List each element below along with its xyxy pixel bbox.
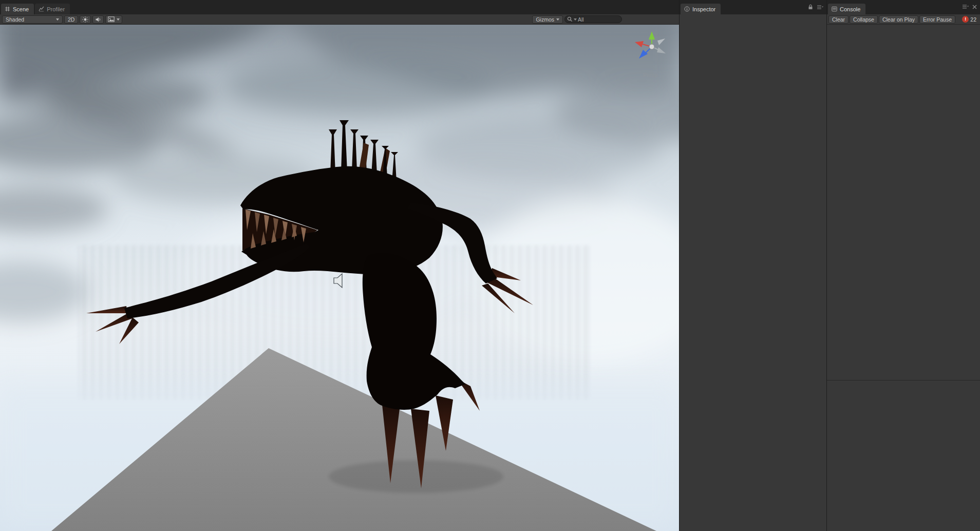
- camera-projection-label[interactable]: Persp: [643, 72, 658, 78]
- gizmos-label: Gizmos: [536, 16, 554, 23]
- clear-on-play-button[interactable]: Clear on Play: [879, 15, 918, 24]
- console-log-list[interactable]: [827, 25, 980, 531]
- tab-profiler[interactable]: Profiler: [35, 4, 70, 14]
- scene-viewport[interactable]: Persp: [0, 25, 679, 531]
- tab-console[interactable]: Console: [828, 4, 865, 14]
- tab-profiler-label: Profiler: [47, 6, 65, 12]
- console-icon: [832, 6, 837, 12]
- error-pause-label: Error Pause: [923, 16, 952, 23]
- grid-icon: [5, 6, 10, 12]
- speaker-icon: [95, 16, 101, 23]
- inspector-panel: Inspector: [679, 0, 826, 531]
- console-splitter[interactable]: [827, 380, 980, 381]
- scene-toolbar: Shaded 2D Gizmos: [0, 14, 679, 25]
- tab-scene-label: Scene: [13, 6, 29, 12]
- collapse-button[interactable]: Collapse: [850, 15, 878, 24]
- scene-panel: Scene Profiler Shaded 2D: [0, 0, 679, 531]
- error-count-badge[interactable]: ! 22: [962, 16, 978, 23]
- audio-toggle-button[interactable]: [92, 15, 104, 24]
- gizmos-dropdown[interactable]: Gizmos: [532, 15, 563, 24]
- inspector-tab-bar: Inspector: [680, 0, 826, 14]
- collapse-button-label: Collapse: [853, 16, 874, 23]
- image-icon: [108, 16, 115, 22]
- lock-icon[interactable]: [808, 4, 813, 10]
- error-icon: !: [962, 16, 969, 23]
- chevron-down-icon: [117, 18, 120, 21]
- chevron-down-icon: [574, 18, 577, 21]
- scene-search-input[interactable]: [578, 16, 616, 23]
- 2d-toggle-button[interactable]: 2D: [64, 15, 78, 24]
- scene-tab-bar: Scene Profiler: [0, 0, 679, 14]
- clear-on-play-label: Clear on Play: [882, 16, 915, 23]
- scene-viewport-canvas[interactable]: Persp: [0, 25, 679, 531]
- lighting-toggle-button[interactable]: [80, 15, 91, 24]
- error-count-value: 22: [970, 16, 976, 23]
- pane-menu-icon[interactable]: [962, 4, 969, 9]
- clear-button[interactable]: Clear: [828, 15, 849, 24]
- shading-mode-dropdown[interactable]: Shaded: [2, 15, 63, 24]
- tab-inspector[interactable]: Inspector: [681, 4, 721, 14]
- chevron-down-icon: [556, 18, 559, 21]
- console-toolbar: Clear Collapse Clear on Play Error Pause…: [827, 14, 980, 25]
- error-pause-button[interactable]: Error Pause: [919, 15, 955, 24]
- console-tab-bar: Console: [827, 0, 980, 14]
- 2d-toggle-label: 2D: [68, 16, 74, 23]
- console-panel: Console Clear Collapse Clear on Play Err…: [826, 0, 980, 531]
- tab-scene[interactable]: Scene: [1, 4, 34, 14]
- unity-editor-window: Scene Profiler Shaded 2D: [0, 0, 980, 531]
- sun-icon: [82, 16, 88, 23]
- scene-search-field[interactable]: [564, 15, 622, 23]
- info-icon: [684, 6, 690, 12]
- pane-menu-icon[interactable]: [817, 5, 823, 10]
- tab-console-label: Console: [840, 6, 860, 12]
- inspector-body: [680, 14, 826, 531]
- chart-icon: [39, 6, 44, 12]
- clear-button-label: Clear: [832, 16, 845, 23]
- shading-mode-label: Shaded: [6, 16, 24, 23]
- effects-dropdown-button[interactable]: [105, 15, 122, 24]
- tab-inspector-label: Inspector: [692, 6, 715, 12]
- chevron-down-icon: [56, 18, 59, 21]
- magnifier-icon: [567, 16, 573, 22]
- close-icon[interactable]: [972, 5, 977, 9]
